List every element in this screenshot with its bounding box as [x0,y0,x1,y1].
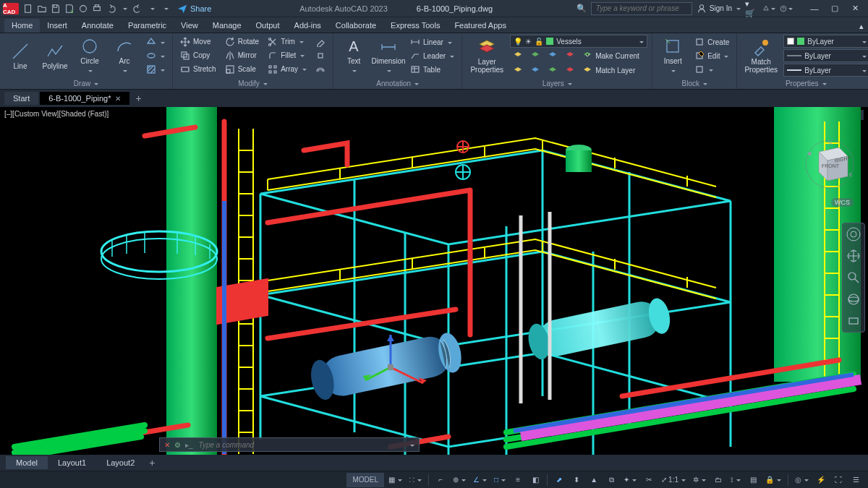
plot-icon[interactable] [90,2,103,15]
redo-icon[interactable] [132,2,145,15]
mirror-button[interactable]: Mirror [222,49,262,62]
layer-dropdown[interactable]: 💡 ☀ 🔓 Vessels [510,35,647,48]
create-block-button[interactable]: Create [692,35,732,48]
hatch-icon[interactable] [143,63,168,76]
add-layout-button[interactable]: + [145,455,159,470]
match-layer-button[interactable]: Match Layer [579,64,638,77]
tab-parametric[interactable]: Parametric [121,19,174,33]
saveas-icon[interactable] [63,2,76,15]
tab-manage[interactable]: Manage [205,19,249,33]
cmd-close-icon[interactable]: ✕ [164,441,170,449]
wcs-label[interactable]: WCS [831,198,854,207]
transparency-icon[interactable]: ◧ [527,473,543,487]
full-nav-wheel-icon[interactable] [845,226,862,243]
undo-icon[interactable] [104,2,117,15]
snap-icon[interactable]: ⸬ [407,473,425,487]
signin-button[interactable]: Sign In [697,4,741,14]
view-cube[interactable]: FRONT RIGHT N E [804,139,855,189]
connectivity-icon[interactable] [762,2,775,15]
show-motion-icon[interactable] [845,312,862,330]
arc-button[interactable]: Arc [109,35,140,77]
layer-misc1-icon[interactable] [510,64,526,77]
maximize-button[interactable]: ▢ [825,1,845,16]
layer-iso-icon[interactable] [562,49,578,62]
minimize-button[interactable]: — [804,1,825,16]
move-button[interactable]: Move [177,35,219,48]
modelspace-button[interactable]: MODEL [346,473,384,487]
orbit-icon[interactable] [845,291,862,308]
trim-button[interactable]: Trim [265,35,310,48]
autodesk-app-icon[interactable]: ▾🛒 [745,2,758,15]
cmd-customize-icon[interactable]: ⚙ [174,441,181,449]
annotation-visibility-icon[interactable]: ✂ [641,473,657,487]
leader-button[interactable]: Leader [407,49,457,62]
tab-home[interactable]: Home [4,19,40,33]
layer-misc4-icon[interactable] [562,64,578,77]
linear-button[interactable]: Linear [407,35,457,48]
color-combo[interactable]: ByLayer [783,35,868,48]
insert-button[interactable]: Insert [657,35,689,77]
layer-misc3-icon[interactable] [545,64,561,77]
lock-ui-icon[interactable]: 🔒 [762,473,784,487]
tab-express-tools[interactable]: Express Tools [383,19,447,33]
customize-status-icon[interactable]: ☰ [848,473,864,487]
dynamic-ucs-icon[interactable]: ▲ [586,473,602,487]
tab-collaborate[interactable]: Collaborate [328,19,383,33]
stretch-button[interactable]: Stretch [177,63,219,76]
rotate-button[interactable]: Rotate [222,35,262,48]
workspace-icon[interactable]: ✲ [690,473,709,487]
selection-cycling-icon[interactable]: ⬈ [551,473,567,487]
app-logo[interactable]: A CAD [3,3,19,14]
copy-button[interactable]: Copy [177,49,219,62]
match-properties-button[interactable]: Match Properties [741,35,780,77]
erase-icon[interactable] [312,35,328,48]
close-button[interactable]: ✕ [845,1,865,16]
polar-icon[interactable]: ⊕ [450,473,469,487]
tab-addins[interactable]: Add-ins [287,19,328,33]
layer-misc2-icon[interactable] [527,64,543,77]
drawing-canvas[interactable]: [–][Custom View][Shaded (Fast)] — ▢ ✕ [0,107,868,455]
isodraft-icon[interactable]: ∠ [470,473,490,487]
undo-dropdown[interactable] [118,2,131,15]
line-button[interactable]: Line [4,35,36,77]
clean-screen-icon[interactable]: ⛶ [830,473,846,487]
qat-customize[interactable] [159,2,172,15]
close-icon[interactable]: ✕ [115,95,121,103]
doc-tab-active[interactable]: 6-B-1000_Piping*✕ [40,92,129,105]
layer-off-icon[interactable] [510,49,526,62]
grid-icon[interactable]: ▦ [386,473,405,487]
edit-attributes-icon[interactable] [692,63,732,76]
ellipse-icon[interactable] [143,49,168,62]
cmd-recent-icon[interactable] [409,441,414,449]
new-icon[interactable] [22,2,35,15]
edit-block-button[interactable]: Edit [692,49,732,62]
osnap-icon[interactable]: □ [491,473,509,487]
doc-tab-start[interactable]: Start [4,92,38,105]
selection-filter-icon[interactable]: ⧉ [603,473,619,487]
linetype-combo[interactable]: ByLayer [783,64,868,77]
make-current-button[interactable]: Make Current [579,49,642,62]
search-input[interactable] [591,2,692,15]
tab-annotate[interactable]: Annotate [75,19,121,33]
tab-output[interactable]: Output [249,19,287,33]
layer-freeze-icon[interactable] [527,49,543,62]
add-tab-button[interactable]: + [131,91,145,106]
lineweight-combo[interactable]: ByLayer [783,49,868,62]
offset-icon[interactable] [312,63,328,76]
layout-tab-model[interactable]: Model [6,456,48,469]
tab-featured-apps[interactable]: Featured Apps [447,19,514,33]
web-mobile-icon[interactable] [77,2,90,15]
save-icon[interactable] [49,2,62,15]
ribbon-collapse-icon[interactable]: ▴ [855,20,868,33]
layer-properties-button[interactable]: Layer Properties [467,35,507,77]
annotation-monitor-icon[interactable]: 🗀 [710,473,726,487]
text-button[interactable]: AText [338,35,370,77]
table-button[interactable]: Table [407,63,457,76]
explode-icon[interactable] [312,49,328,62]
command-line[interactable]: ✕ ⚙ ▸_ [159,437,420,452]
fillet-button[interactable]: Fillet [265,49,310,62]
help-icon[interactable]: ? [780,2,793,15]
layout-tab-1[interactable]: Layout1 [48,456,96,469]
units-icon[interactable]: ⟟ [728,473,744,487]
tab-insert[interactable]: Insert [40,19,75,33]
